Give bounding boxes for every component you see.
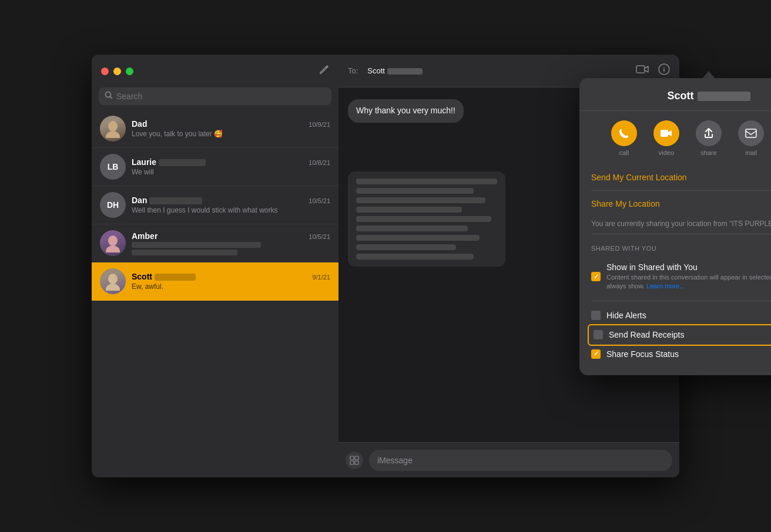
- bottom-checkboxes: Hide Alerts Send Read Receipts ✓ Share F…: [579, 306, 771, 363]
- maximize-button[interactable]: [126, 68, 133, 75]
- conv-preview-scott: Ew, awful.: [132, 282, 330, 291]
- conv-preview-dad: Love you, talk to you later 🥰: [132, 130, 330, 138]
- blurred-message-block: [348, 171, 505, 267]
- conversation-item-dan[interactable]: DH Dan 10/5/21 Well then I guess I would…: [92, 186, 338, 224]
- conv-header-amber: Amber 10/5/21: [132, 231, 330, 241]
- conv-name-dan: Dan: [132, 196, 202, 205]
- share-label: share: [700, 149, 717, 156]
- search-input[interactable]: [116, 92, 326, 101]
- send-read-receipts-checkbox[interactable]: [594, 330, 603, 339]
- conv-preview-dan: Well then I guess I would stick with wha…: [132, 206, 330, 214]
- traffic-lights: [101, 68, 133, 75]
- show-in-shared-checkbox[interactable]: ✓: [591, 272, 601, 281]
- video-label: video: [659, 149, 674, 156]
- hide-alerts-label: Hide Alerts: [606, 311, 646, 320]
- info-panel-caret: [702, 71, 716, 79]
- show-in-shared-row: ✓ Show in Shared with You Content shared…: [591, 258, 771, 296]
- svg-rect-7: [636, 66, 645, 73]
- minimize-button[interactable]: [113, 68, 121, 75]
- apps-icon[interactable]: [346, 452, 363, 469]
- show-in-shared-sublabel: Content shared in this conversation will…: [606, 273, 771, 291]
- call-icon: [611, 120, 637, 146]
- conv-date-scott: 9/1/21: [312, 274, 330, 281]
- svg-point-9: [663, 67, 665, 68]
- shared-section-title: SHARED WITH YOU: [591, 245, 771, 252]
- share-focus-status-checkbox[interactable]: ✓: [591, 349, 601, 359]
- call-label: call: [619, 149, 629, 156]
- action-buttons: call video share: [579, 111, 771, 156]
- chat-contact-name: Scott: [367, 66, 422, 75]
- conv-name-scott: Scott: [132, 272, 196, 281]
- show-in-shared-label: Show in Shared with You: [606, 262, 771, 272]
- conv-name-laurie: Laurie: [132, 157, 206, 167]
- close-button[interactable]: [101, 68, 109, 75]
- share-location-sublabel: You are currently sharing your location …: [591, 219, 771, 229]
- share-icon: [696, 120, 722, 146]
- conversation-item-laurie[interactable]: LB Laurie 10/8/21 We will: [92, 148, 338, 186]
- avatar-amber: [100, 230, 126, 256]
- share-focus-status-row: ✓ Share Focus Status: [591, 345, 771, 363]
- divider-2: [591, 301, 771, 301]
- conv-header-dad: Dad 10/9/21: [132, 119, 330, 129]
- conv-name-amber: Amber: [132, 231, 157, 241]
- location-section: Send My Current Location Share My Locati…: [579, 164, 771, 229]
- avatar-dad: [100, 116, 126, 142]
- conv-date-dan: 10/5/21: [309, 197, 330, 204]
- share-location-link[interactable]: Share My Location: [591, 191, 771, 217]
- sidebar: Dad 10/9/21 Love you, talk to you later …: [92, 55, 338, 477]
- learn-more-link[interactable]: Learn more...: [646, 282, 685, 289]
- conv-content-laurie: Laurie 10/8/21 We will: [132, 157, 330, 176]
- action-btn-share[interactable]: share: [696, 120, 722, 156]
- conv-header-dan: Dan 10/5/21: [132, 196, 330, 205]
- chat-header-icons: [636, 63, 670, 78]
- svg-rect-14: [661, 130, 668, 137]
- video-call-icon[interactable]: [636, 64, 649, 78]
- svg-point-5: [108, 274, 118, 284]
- conv-date-dad: 10/9/21: [309, 121, 330, 128]
- svg-rect-13: [355, 461, 358, 464]
- chat-to-label: To:: [348, 66, 358, 75]
- message-incoming-1: Why thank you very much!!: [348, 99, 464, 123]
- shared-with-you-section: SHARED WITH YOU ✓ Show in Shared with Yo…: [579, 239, 771, 296]
- info-panel: Scott call: [579, 78, 771, 375]
- search-bar[interactable]: [99, 87, 331, 105]
- mail-label: mail: [745, 149, 757, 156]
- avatar-dan: DH: [100, 192, 126, 218]
- conversation-item-dad[interactable]: Dad 10/9/21 Love you, talk to you later …: [92, 110, 338, 148]
- conv-date-laurie: 10/8/21: [309, 159, 330, 166]
- info-panel-name: Scott: [591, 90, 771, 102]
- conv-content-dad: Dad 10/9/21 Love you, talk to you later …: [132, 119, 330, 138]
- conv-content-dan: Dan 10/5/21 Well then I guess I would st…: [132, 196, 330, 214]
- compose-icon[interactable]: [319, 65, 329, 78]
- svg-rect-12: [350, 461, 354, 464]
- conv-preview-laurie: We will: [132, 168, 330, 176]
- share-focus-status-label: Share Focus Status: [606, 349, 679, 359]
- hide-alerts-checkbox[interactable]: [591, 311, 601, 320]
- action-btn-video[interactable]: video: [653, 120, 679, 156]
- send-read-receipts-label: Send Read Receipts: [609, 330, 684, 339]
- info-icon[interactable]: [658, 63, 670, 78]
- send-read-receipts-row: Send Read Receipts: [589, 325, 771, 345]
- conv-content-amber: Amber 10/5/21: [132, 231, 330, 255]
- svg-point-6: [106, 284, 120, 291]
- avatar-laurie: LB: [100, 154, 126, 180]
- conversation-item-amber[interactable]: Amber 10/5/21: [92, 224, 338, 262]
- svg-point-1: [108, 121, 118, 132]
- conversation-list: Dad 10/9/21 Love you, talk to you later …: [92, 110, 338, 477]
- action-btn-mail[interactable]: mail: [738, 120, 764, 156]
- svg-rect-15: [746, 129, 756, 137]
- conv-date-amber: 10/5/21: [309, 233, 330, 240]
- send-location-link[interactable]: Send My Current Location: [591, 164, 771, 191]
- action-btn-call[interactable]: call: [611, 120, 637, 156]
- svg-point-2: [106, 131, 120, 138]
- svg-point-3: [108, 235, 118, 246]
- video-icon: [653, 120, 679, 146]
- conversation-item-scott[interactable]: Scott 9/1/21 Ew, awful.: [92, 262, 338, 301]
- input-placeholder: iMessage: [377, 456, 413, 465]
- svg-rect-10: [350, 456, 354, 460]
- mail-icon: [738, 120, 764, 146]
- message-input[interactable]: iMessage: [369, 450, 672, 471]
- info-panel-header: Scott: [579, 78, 771, 111]
- hide-alerts-row: Hide Alerts: [591, 306, 771, 325]
- conv-header-laurie: Laurie 10/8/21: [132, 157, 330, 167]
